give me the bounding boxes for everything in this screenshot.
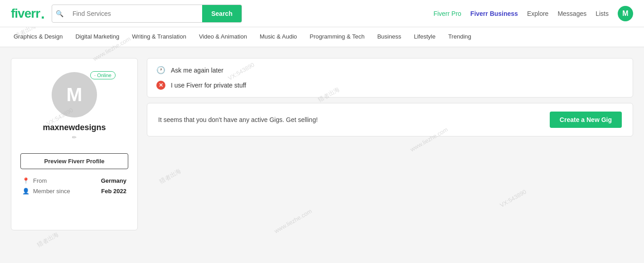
search-bar: 🔍 Search [52,5,242,23]
search-icon: 🔍 [52,10,67,17]
preview-profile-button[interactable]: Preview Fiverr Profile [20,153,128,169]
explore-link[interactable]: Explore [527,10,548,17]
fiverr-pro-link[interactable]: Fiverr Pro [433,10,461,17]
clock-icon: 🕐 [156,66,165,74]
header-nav: Fiverr Pro Fiverr Business Explore Messa… [433,6,633,21]
member-value: Feb 2022 [101,188,126,195]
avatar-initial: M [67,84,82,106]
member-label: Member since [33,188,70,195]
category-nav: Graphics & Design Digital Marketing Writ… [0,27,644,47]
fiverr-logo[interactable]: fiverr. [11,6,44,21]
cat-item-writing[interactable]: Writing & Translation [126,27,193,47]
online-badge: · Online [90,71,116,79]
search-input[interactable] [67,10,202,17]
user-avatar[interactable]: M [618,6,633,21]
header: fiverr. 🔍 Search Fiverr Pro Fiverr Busin… [0,0,644,27]
cat-item-music[interactable]: Music & Audio [253,27,303,47]
edit-icon[interactable]: ✏ [72,134,77,141]
location-row: 📍 From Germany [22,177,126,184]
ask-later-row: 🕐 Ask me again later [156,66,624,74]
search-button[interactable]: Search [202,5,242,23]
logo-dot: . [41,6,44,21]
from-value: Germany [101,177,126,184]
right-panel: 🕐 Ask me again later ✕ I use Fiverr for … [147,58,633,230]
cat-item-programming[interactable]: Programming & Tech [303,27,371,47]
location-icon: 📍 [22,177,29,184]
create-gig-button[interactable]: Create a New Gig [550,112,622,128]
cat-item-trending[interactable]: Trending [442,27,478,47]
ask-box: 🕐 Ask me again later ✕ I use Fiverr for … [147,58,633,97]
username: maxnewdesigns [43,123,106,132]
main-content: M · Online maxnewdesigns ✏ Preview Fiver… [0,47,644,241]
profile-avatar: M [52,72,97,117]
fiverr-business-link[interactable]: Fiverr Business [470,10,518,17]
close-icon[interactable]: ✕ [156,81,165,90]
profile-card: M · Online maxnewdesigns ✏ Preview Fiver… [11,58,138,230]
member-icon: 👤 [22,188,29,195]
profile-info: 📍 From Germany 👤 Member since Feb 2022 [11,169,137,195]
gig-box: It seems that you don't have any active … [147,103,633,136]
cat-item-graphics[interactable]: Graphics & Design [7,27,69,47]
profile-top: M · Online maxnewdesigns ✏ [11,58,137,148]
gig-message: It seems that you don't have any active … [158,116,318,123]
cat-item-video[interactable]: Video & Animation [193,27,253,47]
from-label: From [33,177,47,184]
private-text: I use Fiverr for private stuff [171,82,246,89]
cat-item-business[interactable]: Business [371,27,407,47]
messages-link[interactable]: Messages [557,10,586,17]
cat-item-lifestyle[interactable]: Lifestyle [407,27,442,47]
member-row: 👤 Member since Feb 2022 [22,188,126,195]
ask-later-text: Ask me again later [171,67,223,74]
lists-link[interactable]: Lists [596,10,609,17]
cat-item-marketing[interactable]: Digital Marketing [69,27,126,47]
private-row: ✕ I use Fiverr for private stuff [156,81,624,90]
logo-text: fiverr [11,6,40,21]
